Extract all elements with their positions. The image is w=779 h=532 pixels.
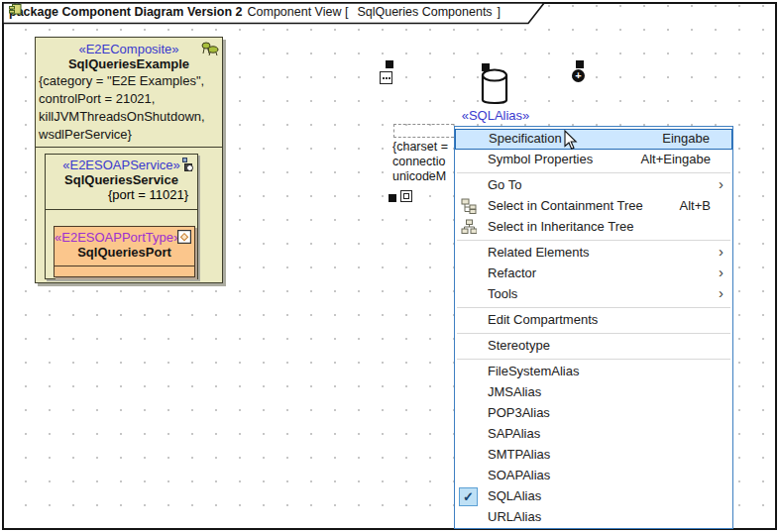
menu-item-label: SAPAlias bbox=[488, 426, 540, 441]
submenu-arrow-icon: › bbox=[719, 174, 723, 194]
frame-title: package Component Diagram Version 2 bbox=[9, 5, 243, 19]
checkbox-checked-icon: ✓ bbox=[459, 487, 478, 506]
composite-icon bbox=[200, 41, 219, 60]
menu-item-jmsalias[interactable]: JMSAlias bbox=[455, 382, 732, 403]
composite-stereotype: «E2EComposite» bbox=[36, 42, 222, 56]
menu-item-label: SOAPAlias bbox=[488, 468, 550, 482]
manipulator-dots-icon[interactable] bbox=[380, 71, 392, 84]
composite-properties: {category = "E2E Examples", controlPort … bbox=[36, 71, 222, 144]
menu-item-pop3alias[interactable]: POP3Alias bbox=[455, 403, 732, 424]
frame-header: package Component Diagram Version 2Compo… bbox=[2, 2, 547, 25]
porttype-sqlqueriesport[interactable]: «E2ESOAPPortType» SqlQueriesPort bbox=[54, 226, 195, 277]
menu-item-label: FileSystemAlias bbox=[488, 364, 579, 378]
context-menu: Specification Eingabe Symbol Properties … bbox=[454, 126, 733, 529]
menu-item-tools[interactable]: Tools › bbox=[455, 284, 732, 305]
menu-shortcut: Eingabe bbox=[662, 130, 710, 148]
service-stereotype: «E2ESOAPService» bbox=[46, 158, 197, 172]
menu-item-soapalias[interactable]: SOAPAlias bbox=[455, 466, 732, 486]
service-name-compartment: «E2ESOAPService» SqlQueriesService {port… bbox=[46, 155, 197, 210]
menu-item-go-to[interactable]: Go To › bbox=[455, 175, 732, 196]
frame-diagram-name: SqlQueries Components bbox=[357, 5, 492, 19]
frame-context: Component View [ bbox=[248, 5, 349, 19]
menu-item-label: Tools bbox=[488, 286, 517, 301]
frame-closing-bracket: ] bbox=[498, 5, 501, 19]
menu-item-label: POP3Alias bbox=[488, 405, 550, 420]
menu-item-label: SMTPAlias bbox=[488, 447, 550, 462]
sqlalias-properties-clipped: {charset = connectio unicodeM bbox=[392, 140, 454, 186]
menu-item-label: Select in Inheritance Tree bbox=[488, 219, 633, 234]
menu-item-select-in-containment-tree[interactable]: Select in Containment Tree Alt+B bbox=[455, 196, 732, 217]
menu-item-related-elements[interactable]: Related Elements › bbox=[455, 243, 732, 264]
service-properties: {port = 11021} bbox=[46, 187, 197, 202]
selection-handle[interactable] bbox=[386, 60, 393, 68]
menu-item-select-in-inheritance-tree[interactable]: Select in Inheritance Tree bbox=[455, 217, 732, 238]
menu-item-symbol-properties[interactable]: Symbol Properties Alt+Eingabe bbox=[455, 150, 732, 170]
port-name: SqlQueriesPort bbox=[55, 245, 194, 260]
manipulator-plus-icon[interactable]: + bbox=[572, 69, 585, 82]
submenu-arrow-icon: › bbox=[719, 242, 723, 262]
port-stereotype: «E2ESOAPPortType» bbox=[55, 230, 194, 245]
selection-handle[interactable] bbox=[389, 194, 396, 202]
menu-item-label: JMSAlias bbox=[488, 384, 541, 399]
sqlalias-label[interactable]: «SQLAlias» bbox=[444, 108, 547, 123]
menu-item-stereotype[interactable]: Stereotype bbox=[455, 336, 732, 357]
menu-shortcut: Alt+Eingabe bbox=[641, 150, 711, 169]
menu-item-label: Edit Compartments bbox=[488, 312, 598, 327]
selection-handle[interactable] bbox=[576, 60, 584, 68]
soap-service-icon bbox=[181, 158, 194, 176]
menu-item-label: Go To bbox=[488, 177, 521, 192]
selection-dashed-rect bbox=[393, 124, 454, 138]
menu-item-edit-compartments[interactable]: Edit Compartments bbox=[455, 310, 732, 331]
composite-name: SqlQueriesExample bbox=[36, 56, 222, 71]
menu-item-label: Refactor bbox=[488, 266, 536, 280]
menu-item-sqlalias[interactable]: ✓ SQLAlias bbox=[455, 486, 732, 507]
mouse-cursor-icon bbox=[564, 130, 578, 155]
menu-shortcut: Alt+B bbox=[680, 196, 711, 216]
menu-item-filesystemalias[interactable]: FileSystemAlias bbox=[455, 362, 732, 382]
composite-name-compartment: «E2EComposite» SqlQueriesExample {catego… bbox=[36, 38, 222, 148]
menu-item-label: Related Elements bbox=[488, 245, 590, 260]
manipulator-navigate-icon[interactable] bbox=[400, 190, 412, 202]
menu-item-label: Specification bbox=[489, 131, 562, 146]
port-name-compartment: «E2ESOAPPortType» SqlQueriesPort bbox=[55, 227, 194, 266]
menu-item-specification[interactable]: Specification Eingabe bbox=[455, 129, 732, 150]
menu-item-smtpalias[interactable]: SMTPAlias bbox=[455, 445, 732, 466]
selection-handle[interactable] bbox=[482, 63, 490, 71]
submenu-arrow-icon: › bbox=[719, 263, 723, 282]
frame-header-text: package Component Diagram Version 2Compo… bbox=[9, 2, 501, 23]
menu-item-label: Select in Containment Tree bbox=[488, 198, 643, 213]
menu-item-refactor[interactable]: Refactor › bbox=[455, 264, 732, 284]
component-sqlqueriesservice[interactable]: «E2ESOAPService» SqlQueriesService {port… bbox=[45, 154, 198, 279]
database-cylinder-icon[interactable] bbox=[479, 67, 510, 112]
menu-item-urlalias[interactable]: URLAlias bbox=[455, 507, 732, 528]
diagram-canvas: package Component Diagram Version 2Compo… bbox=[0, 0, 779, 532]
menu-item-sapalias[interactable]: SAPAlias bbox=[455, 424, 732, 445]
submenu-arrow-icon: › bbox=[719, 283, 723, 303]
service-name: SqlQueriesService bbox=[46, 172, 197, 187]
menu-item-label: Stereotype bbox=[488, 338, 550, 353]
menu-item-label: SQLAlias bbox=[488, 488, 541, 503]
port-type-icon bbox=[177, 230, 191, 248]
menu-item-label: URLAlias bbox=[488, 509, 541, 524]
